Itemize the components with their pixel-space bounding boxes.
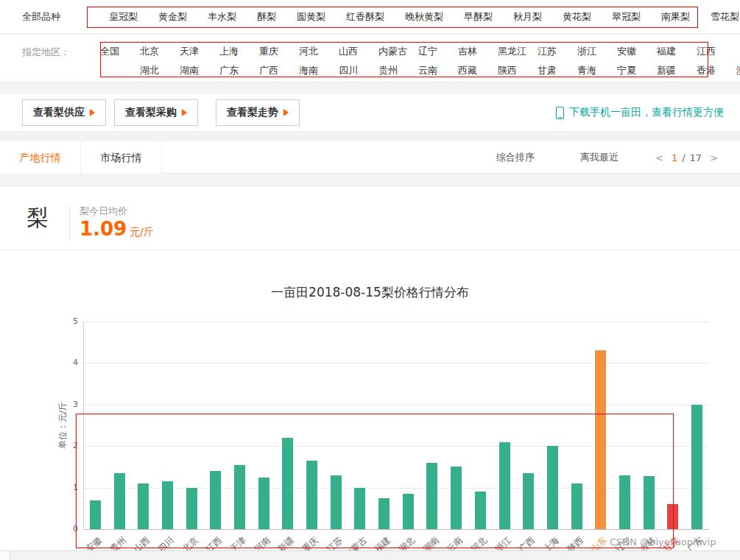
- bar-福建: [378, 498, 390, 529]
- arrow-right-icon: [90, 109, 95, 116]
- bar-安徽: [90, 500, 101, 529]
- mobile-phone-icon: [556, 107, 564, 119]
- chart-bars: [83, 322, 709, 529]
- variety-link[interactable]: 晚秋黄梨: [405, 10, 443, 24]
- variety-link[interactable]: 黄花梨: [563, 10, 591, 24]
- y-tick-label: 3: [63, 400, 78, 409]
- sort-nearest[interactable]: 离我最近: [580, 151, 619, 164]
- y-tick-label: 4: [63, 358, 78, 367]
- region-link[interactable]: 辽宁: [418, 45, 458, 58]
- bar-slot: [83, 322, 108, 529]
- region-link[interactable]: 河北: [299, 45, 339, 58]
- variety-link[interactable]: 雪花梨: [711, 10, 739, 24]
- bar-重庆: [306, 461, 317, 529]
- prev-page-button[interactable]: <: [649, 152, 669, 163]
- region-link[interactable]: 宁夏: [617, 64, 657, 77]
- y-tick-label: 0: [63, 524, 78, 534]
- next-page-button[interactable]: >: [704, 152, 724, 163]
- region-link[interactable]: 上海: [219, 45, 259, 58]
- total-page-count: 17: [690, 152, 702, 163]
- region-row-2: 湖北湖南广东广西海南四川贵州云南西藏陕西甘肃青海宁夏新疆香港澳门: [140, 64, 740, 77]
- arrow-right-icon: [283, 109, 289, 116]
- product-name: 梨: [27, 203, 49, 233]
- market-tab-bar: 产地行情 市场行情 综合排序 离我最近 < 1 / 17 >: [0, 141, 740, 174]
- variety-link[interactable]: 丰水梨: [208, 10, 236, 24]
- app-download-promo[interactable]: 下载手机一亩田，查看行情更方便: [556, 94, 724, 131]
- region-link[interactable]: 内蒙古: [378, 45, 418, 58]
- gridline-0: [84, 529, 709, 530]
- region-link[interactable]: 安徽: [617, 45, 657, 58]
- view-supply-button[interactable]: 查看梨供应: [22, 99, 106, 126]
- bar-山东: [595, 350, 606, 529]
- region-link[interactable]: 广西: [259, 64, 299, 77]
- region-link[interactable]: 浙江: [577, 45, 617, 58]
- region-link[interactable]: 福建: [657, 45, 697, 58]
- bar-slot: [396, 322, 420, 529]
- bar-浙江: [499, 442, 510, 529]
- region-link[interactable]: 湖北: [140, 64, 180, 77]
- region-link[interactable]: 海南: [299, 64, 339, 77]
- region-link[interactable]: 陕西: [498, 64, 538, 77]
- region-link[interactable]: 江西: [697, 45, 736, 58]
- y-tick-label: 2: [63, 441, 78, 450]
- y-tick-label: 1: [63, 483, 78, 492]
- region-link[interactable]: 江苏: [538, 45, 577, 58]
- tab-local-market[interactable]: 市场行情: [81, 141, 162, 174]
- tab-origin-market[interactable]: 产地行情: [0, 141, 81, 174]
- all-varieties-link[interactable]: 全部品种: [22, 10, 60, 24]
- horizontal-scrollbar[interactable]: [0, 550, 740, 560]
- region-link[interactable]: 黑龙江: [498, 45, 538, 58]
- region-link[interactable]: 西藏: [458, 64, 498, 77]
- region-link[interactable]: 湖南: [180, 64, 219, 77]
- region-link[interactable]: 山西: [339, 45, 378, 58]
- bar-slot: [131, 322, 155, 529]
- region-link[interactable]: 青海: [577, 64, 617, 77]
- region-filter-label: 指定地区：: [22, 46, 70, 59]
- variety-link[interactable]: 红香酥梨: [346, 10, 384, 24]
- variety-link[interactable]: 圆黄梨: [297, 10, 325, 24]
- sort-comprehensive[interactable]: 综合排序: [496, 151, 535, 164]
- region-link[interactable]: 天津: [180, 45, 219, 58]
- bar-陕西: [571, 483, 582, 529]
- variety-link[interactable]: 早酥梨: [464, 10, 493, 24]
- region-link[interactable]: 北京: [140, 45, 180, 58]
- variety-link[interactable]: 翠冠梨: [612, 10, 641, 24]
- pear-price-page: 全部品种 皇冠梨黄金梨丰水梨酥梨圆黄梨红香酥梨晚秋黄梨早酥梨秋月梨黄花梨翠冠梨南…: [0, 0, 740, 560]
- region-link[interactable]: 香港: [697, 64, 736, 77]
- region-row-1: 全国北京天津上海重庆河北山西内蒙古辽宁吉林黑龙江江苏浙江安徽福建江西: [100, 45, 736, 58]
- app-download-promo-text: 下载手机一亩田，查看行情更方便: [569, 106, 724, 119]
- bar-甘肃: [667, 504, 678, 529]
- variety-link[interactable]: 秋月梨: [513, 10, 542, 24]
- region-link[interactable]: 云南: [418, 64, 458, 77]
- variety-link[interactable]: 皇冠梨: [109, 10, 138, 24]
- bar-slot: [637, 322, 661, 529]
- region-link[interactable]: 全国: [100, 45, 140, 58]
- bar-湖南: [426, 463, 437, 529]
- region-link[interactable]: 甘肃: [538, 64, 577, 77]
- region-link[interactable]: 贵州: [378, 64, 418, 77]
- region-link[interactable]: 澳门: [736, 64, 740, 77]
- variety-list: 皇冠梨黄金梨丰水梨酥梨圆黄梨红香酥梨晚秋黄梨早酥梨秋月梨黄花梨翠冠梨南果梨: [109, 10, 690, 24]
- price-unit: 元/斤: [130, 226, 154, 238]
- bar-河南: [258, 478, 269, 530]
- region-link[interactable]: 四川: [339, 64, 378, 77]
- variety-link[interactable]: 黄金梨: [158, 10, 187, 24]
- variety-filter-bar: 全部品种 皇冠梨黄金梨丰水梨酥梨圆黄梨红香酥梨晚秋黄梨早酥梨秋月梨黄花梨翠冠梨南…: [0, 0, 740, 34]
- bar-slot: [540, 322, 565, 529]
- view-supply-label: 查看梨供应: [33, 106, 85, 119]
- bar-slot: [300, 322, 324, 529]
- bar-slot: [444, 322, 468, 529]
- region-link[interactable]: 新疆: [657, 64, 697, 77]
- arrow-right-icon: [182, 109, 187, 116]
- variety-link[interactable]: 酥梨: [257, 10, 276, 24]
- variety-link[interactable]: 南果梨: [661, 10, 690, 24]
- bar-江苏: [331, 475, 342, 529]
- bar-slot: [493, 322, 517, 529]
- region-link[interactable]: 广东: [219, 64, 259, 77]
- view-trend-button[interactable]: 查看梨走势: [216, 99, 300, 126]
- region-link[interactable]: 吉林: [458, 45, 498, 58]
- y-tick-label: 5: [63, 316, 78, 326]
- bar-河北: [475, 492, 486, 529]
- region-link[interactable]: 重庆: [259, 45, 299, 58]
- view-purchase-button[interactable]: 查看梨采购: [114, 99, 198, 126]
